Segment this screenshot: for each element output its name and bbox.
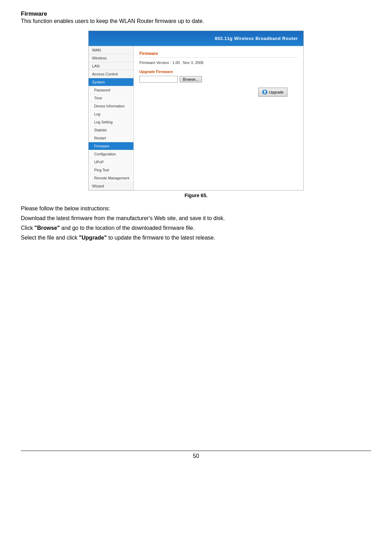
sidebar-item-upnp[interactable]: UPnP xyxy=(89,158,133,166)
sidebar-item-log[interactable]: Log xyxy=(89,110,133,118)
section-title: Firmware xyxy=(21,10,371,17)
sidebar-item-firmware[interactable]: Firmware xyxy=(89,142,133,150)
upgrade-firmware-title: Upgrade Firmware xyxy=(139,70,298,74)
intro-text: This function enables users to keep the … xyxy=(21,18,371,24)
browse-bold-text: "Browse" xyxy=(34,225,60,231)
firmware-version-text: Firmware Version : 1.00 , Nov 3, 2006 xyxy=(139,60,298,65)
router-header-title: 802.11g Wireless Broadband Router xyxy=(215,36,298,41)
router-header: 802.11g Wireless Broadband Router xyxy=(89,31,303,46)
upgrade-row: Browse... xyxy=(139,76,298,83)
page-number: 50 xyxy=(193,453,199,459)
upgrade-icon xyxy=(262,89,268,95)
instruction-line-2: Download the latest firmware from the ma… xyxy=(21,214,371,223)
sidebar-item-lan[interactable]: LAN xyxy=(89,62,133,70)
sidebar-item-wan[interactable]: WAN xyxy=(89,46,133,54)
instruction-line-4: Select the file and click "Upgrade" to u… xyxy=(21,234,371,242)
sidebar-item-wireless[interactable]: Wireless xyxy=(89,54,133,62)
sidebar-item-configuration[interactable]: Configuration xyxy=(89,150,133,158)
svg-rect-2 xyxy=(263,94,266,94)
router-content: Firmware Firmware Version : 1.00 , Nov 3… xyxy=(134,46,303,190)
sidebar-item-password[interactable]: Password xyxy=(89,86,133,94)
router-body: WAN Wireless LAN Access Control System P… xyxy=(89,46,303,190)
sidebar-item-time[interactable]: Time xyxy=(89,94,133,102)
sidebar-item-device-information[interactable]: Device Information xyxy=(89,102,133,110)
upgrade-button-row: Upgrade xyxy=(139,88,298,97)
upgrade-bold-text: "Upgrade" xyxy=(79,235,107,241)
figure-caption: Figure 65. xyxy=(21,193,371,198)
browse-button[interactable]: Browse... xyxy=(180,76,202,82)
sidebar-item-remote-management[interactable]: Remote Management xyxy=(89,174,133,182)
sidebar-item-ping-test[interactable]: Ping Test xyxy=(89,166,133,174)
upgrade-button[interactable]: Upgrade xyxy=(258,88,287,97)
upgrade-button-label: Upgrade xyxy=(269,90,284,94)
instruction-line-3: Click "Browse" and go to the location of… xyxy=(21,224,371,232)
router-screenshot: 802.11g Wireless Broadband Router WAN Wi… xyxy=(88,31,304,191)
sidebar-item-restart[interactable]: Restart xyxy=(89,134,133,142)
sidebar-item-access-control[interactable]: Access Control xyxy=(89,70,133,78)
sidebar-item-log-setting[interactable]: Log Setting xyxy=(89,118,133,126)
sidebar-item-wizard[interactable]: Wizard xyxy=(89,182,133,190)
router-sidebar: WAN Wireless LAN Access Control System P… xyxy=(89,46,134,190)
sidebar-item-statistic[interactable]: Statistic xyxy=(89,126,133,134)
content-section-title: Firmware xyxy=(139,51,298,58)
sidebar-item-system[interactable]: System xyxy=(89,78,133,86)
instruction-line-1: Please follow the below instructions: xyxy=(21,204,371,213)
file-input-box[interactable] xyxy=(139,76,178,83)
